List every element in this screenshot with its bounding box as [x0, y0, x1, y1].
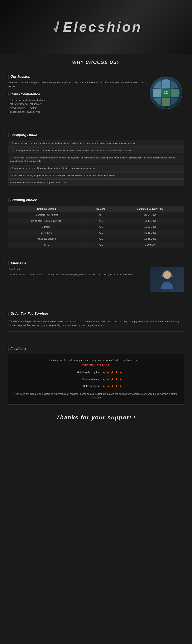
why-choose-section: WHY CHOOSE US? Our Mission One-stop solu…	[0, 54, 192, 126]
star-3-3: ★	[111, 384, 114, 388]
why-choose-content: Our Mission One-stop solution for temper…	[8, 71, 184, 114]
rating-row-1: Matching description: ★ ★ ★ ★ ★	[14, 370, 178, 374]
star-3-5: ★	[119, 384, 123, 388]
shipping-choice-section: Shipping choice Shipping Method Tracking…	[0, 190, 192, 254]
why-choose-left: Our Mission One-stop solution for temper…	[8, 71, 146, 114]
why-choose-title: WHY CHOOSE US?	[8, 60, 184, 65]
mission-text: One-stop solution for tempered glass scr…	[8, 80, 146, 88]
shipping-choice-heading: Shipping choice	[8, 198, 184, 202]
guide-item-2: 2.If you bought item more than one and w…	[8, 148, 184, 154]
guide-item-4: 4.Before we send the parcel,if you want …	[8, 165, 184, 171]
tax-text: We will declare the parcel lower value. …	[8, 318, 184, 328]
row2-method: China post Registered Air Mail	[8, 218, 85, 224]
row3-tracking: YES	[85, 224, 116, 230]
guide-item-6: 6.There has a 5% account when you buy it…	[8, 180, 184, 186]
star-2-1: ★	[102, 377, 106, 382]
row6-method: DHL	[8, 242, 85, 248]
grid-cell-2	[162, 80, 171, 88]
star-1-2: ★	[106, 370, 110, 374]
circle-grid: 3D	[153, 80, 180, 106]
row4-tracking: YES	[85, 230, 116, 236]
feedback-footer: If you have any problem or dissatisfied …	[14, 392, 178, 400]
shipping-row-6: DHL YES 7-10 Days	[8, 242, 184, 248]
feedback-heading: Feedback	[8, 347, 184, 351]
grid-cell-1	[153, 80, 161, 88]
aftersale-text-block: Dear friends Please feel free to contact…	[8, 267, 144, 277]
competence-line-4: Responsible after-sales service	[8, 110, 146, 114]
aftersale-heading: After-sale	[8, 261, 184, 265]
star-3-1: ★	[102, 384, 106, 388]
brand-logo: ⇃Elecshion	[50, 19, 142, 35]
headset-illustration	[159, 270, 175, 290]
thanks-text: Thanks for your support !	[8, 414, 184, 421]
grid-cell-7	[153, 98, 161, 106]
col-tracking: Tracking	[85, 206, 116, 212]
grid-cell-3	[171, 80, 180, 88]
competence-line-1: Professional Products manufacturer	[8, 98, 146, 102]
stars-2: ★ ★ ★ ★ ★	[102, 377, 123, 382]
why-choose-right: 3D	[150, 71, 184, 109]
grid-cell-6	[171, 89, 180, 97]
feedback-box: If you are satisfied with your purchase …	[8, 354, 184, 404]
shipping-table: Shipping Method Tracking Estimated Deliv…	[8, 206, 184, 248]
competence-line-2: Fast New models& Fast delivery	[8, 102, 146, 106]
rating-label-3: Delivery speed:	[69, 384, 100, 388]
star-3-2: ★	[106, 384, 110, 388]
competence-lines: Professional Products manufacturer Fast …	[8, 98, 146, 114]
shipping-row-2: China post Registered Air Mail YES 14-45…	[8, 218, 184, 224]
shipping-row-3: E-Packet YES 10-20 Days	[8, 224, 184, 230]
shipping-row-5: Aliexpress shipping YES 14-46 Days	[8, 236, 184, 242]
tax-divider	[8, 331, 184, 332]
shopping-guide-items: 1.Place more than one order,we will ship…	[8, 140, 184, 186]
star-1-5: ★	[119, 370, 123, 374]
aftersale-image	[150, 267, 184, 292]
rating-label-1: Matching description:	[69, 371, 100, 374]
row3-method: E-Packet	[8, 224, 85, 230]
row5-method: Aliexpress shipping	[8, 236, 85, 242]
section-divider	[8, 118, 184, 118]
star-1-1: ★	[102, 370, 106, 374]
tax-section: Order Tax Fee Services We will declare t…	[0, 304, 192, 339]
star-3-4: ★	[115, 384, 118, 388]
grid-cell-5: 3D	[162, 89, 171, 97]
shopping-guide-section: Shopping Guide 1.Place more than one ord…	[0, 126, 192, 190]
aftersale-row: Dear friends Please feel free to contact…	[8, 267, 184, 292]
mission-heading: Our Mission	[8, 74, 146, 79]
person-head	[163, 271, 171, 279]
row1-delivery: 30-50 Days	[116, 212, 184, 218]
hero-section: ⇃Elecshion	[0, 0, 192, 54]
aftersale-greeting: Dear friends	[8, 267, 144, 271]
competence-line-3: Strict & effective QC system	[8, 106, 146, 110]
grid-cell-9	[171, 98, 180, 106]
shipping-row-1: Economic Post Air Mail NO 30-50 Days	[8, 212, 184, 218]
stars-1: ★ ★ ★ ★ ★	[102, 370, 123, 374]
col-method: Shipping Method	[8, 206, 85, 212]
stars-3: ★ ★ ★ ★ ★	[102, 384, 123, 388]
star-1-3: ★	[111, 370, 114, 374]
company-circle-image: 3D	[150, 76, 183, 109]
row4-method: SF eParcel	[8, 230, 85, 236]
shipping-table-body: Economic Post Air Mail NO 30-50 Days Chi…	[8, 212, 184, 248]
row6-tracking: YES	[85, 242, 116, 248]
guide-item-5: 5.Aliexpress will verify your payment wi…	[8, 172, 184, 179]
aftersale-section: After-sale Dear friends Please feel free…	[0, 254, 192, 304]
perfect-stars-text: PERFECT 5 STARS	[14, 363, 178, 366]
guide-item-1: 1.Place more than one order,we will ship…	[8, 140, 184, 146]
shipping-header-row: Shipping Method Tracking Estimated Deliv…	[8, 206, 184, 212]
thanks-section: Thanks for your support !	[0, 408, 192, 428]
person-body	[161, 282, 173, 290]
star-2-5: ★	[119, 377, 123, 382]
logo-arrow: ⇃	[50, 19, 63, 34]
grid-cell-8	[162, 98, 171, 106]
feedback-intro: If you are satisfied with your purchase …	[14, 359, 178, 362]
rating-label-2: Service attitude:	[69, 378, 100, 380]
row4-delivery: 30-46 Days	[116, 230, 184, 236]
logo-text: Elecshion	[63, 19, 142, 34]
star-2-2: ★	[106, 377, 110, 382]
grid-cell-4	[153, 89, 161, 97]
tax-heading: Order Tax Fee Services	[8, 312, 184, 316]
rating-row-3: Delivery speed: ★ ★ ★ ★ ★	[14, 384, 178, 388]
shopping-guide-heading: Shopping Guide	[8, 133, 184, 137]
shipping-table-head: Shipping Method Tracking Estimated Deliv…	[8, 206, 184, 212]
row1-tracking: NO	[85, 212, 116, 218]
